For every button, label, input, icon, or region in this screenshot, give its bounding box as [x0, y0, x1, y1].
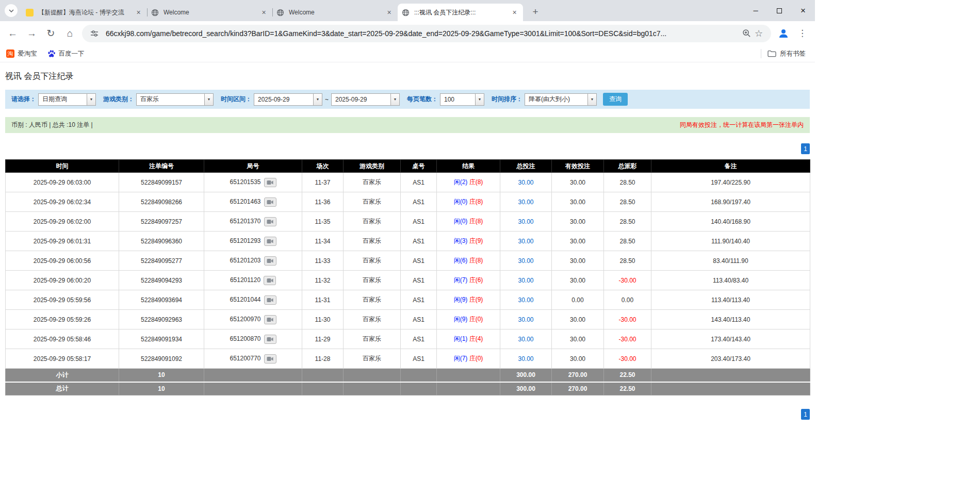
home-button[interactable]: ⌂	[60, 24, 79, 43]
pagination-page-1[interactable]: 1	[801, 409, 810, 420]
cell-result: 闲(9) 庄(0)	[437, 310, 500, 329]
col-payout: 总派彩	[604, 160, 651, 173]
video-camera-icon	[267, 317, 273, 322]
video-replay-button[interactable]	[264, 276, 276, 285]
video-replay-button[interactable]	[264, 217, 276, 226]
address-bar[interactable]: 66cxkj98.com/game/betrecord_search/kind3…	[82, 25, 771, 42]
cell-total-bet: 30.00	[500, 251, 552, 271]
total-bet-link[interactable]: 30.00	[518, 238, 533, 245]
result-player: 闲(1)	[454, 335, 468, 342]
total-bet-link[interactable]: 30.00	[518, 257, 533, 265]
new-tab-button[interactable]: +	[528, 5, 543, 19]
cell-session: 11-37	[302, 173, 344, 192]
cell-valid-bet: 0.00	[552, 290, 604, 310]
browser-menu-button[interactable]: ⋮	[793, 24, 812, 43]
back-button[interactable]: ←	[3, 24, 22, 43]
video-replay-button[interactable]	[264, 354, 276, 364]
cell-game-type: 百家乐	[344, 212, 401, 232]
tab-bet-records[interactable]: :::视讯 会员下注纪录::: ×	[398, 4, 523, 21]
cell-round-no: 651200970	[204, 310, 302, 329]
chevron-down-icon: ▼	[313, 94, 322, 105]
cell-game-type: 百家乐	[344, 173, 401, 192]
result-banker: 庄(0)	[469, 316, 483, 323]
minimize-button[interactable]: ─	[744, 0, 767, 21]
cell-result: 闲(2) 庄(8)	[437, 173, 500, 192]
cell-result: 闲(0) 庄(8)	[437, 192, 500, 212]
bookmark-baidu[interactable]: 百度一下	[47, 50, 85, 58]
total-bet-link[interactable]: 30.00	[518, 296, 533, 304]
total-bet-link[interactable]: 30.00	[518, 277, 533, 284]
video-replay-button[interactable]	[264, 178, 276, 187]
pagination-top: 1	[5, 143, 810, 154]
col-remark: 备注	[651, 160, 810, 173]
total-bet-link[interactable]: 30.00	[518, 316, 533, 323]
col-session: 场次	[302, 160, 344, 173]
bookmark-star-icon[interactable]: ☆	[753, 27, 765, 40]
bookmark-taobao[interactable]: 淘 爱淘宝	[6, 50, 37, 58]
video-replay-button[interactable]	[264, 335, 276, 344]
video-camera-icon	[267, 200, 273, 205]
cell-valid-bet: 30.00	[552, 212, 604, 232]
cell-table-no: AS1	[401, 232, 437, 251]
reload-button[interactable]: ↻	[41, 24, 60, 43]
total-bet-link[interactable]: 30.00	[518, 199, 533, 206]
profile-avatar[interactable]	[774, 24, 793, 43]
date-separator: ~	[325, 96, 329, 103]
filter-bar: 请选择： 日期查询 ▼ 游戏类别： 百家乐 ▼ 时间区间： 2025-09-29…	[5, 90, 810, 109]
page-title: 视讯 会员下注纪录	[5, 71, 810, 82]
tab-search-button[interactable]	[5, 4, 18, 17]
tab-close-icon[interactable]: ×	[510, 8, 519, 17]
cell-game-type: 百家乐	[344, 232, 401, 251]
subtotal-count: 10	[119, 369, 204, 382]
per-page-select[interactable]: 100 ▼	[440, 93, 484, 106]
result-player: 闲(7)	[454, 276, 468, 284]
cell-time: 2025-09-29 06:02:00	[6, 212, 119, 232]
cell-session: 11-29	[302, 329, 344, 349]
tab-welcome-1[interactable]: Welcome ×	[147, 4, 272, 21]
video-replay-button[interactable]	[264, 315, 276, 324]
forward-button[interactable]: →	[22, 24, 41, 43]
summary-bar: 币别 : 人民币 | 总共 :10 注单 | 同局有效投注，统一计算在该局第一张…	[5, 117, 810, 133]
video-camera-icon	[267, 258, 273, 263]
cell-round-no: 651200870	[204, 329, 302, 349]
result-banker: 庄(6)	[469, 276, 483, 284]
tab-close-icon[interactable]: ×	[259, 8, 268, 17]
cell-table-no: AS1	[401, 310, 437, 329]
total-bet-link[interactable]: 30.00	[518, 179, 533, 186]
chevron-down-icon: ▼	[204, 94, 213, 105]
pagination-page-1[interactable]: 1	[801, 143, 810, 154]
zoom-icon[interactable]	[740, 27, 753, 40]
tab-forum[interactable]: 【新提醒】海燕论坛 - 博学交流 ×	[22, 4, 147, 21]
site-settings-icon[interactable]	[88, 27, 101, 40]
date-end-select[interactable]: 2025-09-29 ▼	[331, 93, 400, 106]
cell-round-no: 651201044	[204, 290, 302, 310]
tab-close-icon[interactable]: ×	[385, 8, 394, 17]
date-start-select[interactable]: 2025-09-29 ▼	[254, 93, 322, 106]
cell-time: 2025-09-29 05:58:46	[6, 329, 119, 349]
table-row: 2025-09-29 06:00:20522849094293651201120…	[6, 271, 810, 290]
cell-bet-no: 522849096360	[119, 232, 204, 251]
total-bet-link[interactable]: 30.00	[518, 218, 533, 225]
cell-round-no: 651201535	[204, 173, 302, 192]
all-bookmarks-button[interactable]: 所有书签	[767, 50, 806, 58]
subtotal-total-bet: 300.00	[500, 369, 552, 382]
video-replay-button[interactable]	[264, 295, 276, 305]
maximize-button[interactable]	[767, 0, 791, 21]
query-type-select[interactable]: 日期查询 ▼	[38, 93, 96, 106]
query-button[interactable]: 查询	[603, 93, 628, 106]
tab-close-icon[interactable]: ×	[134, 8, 143, 17]
cell-time: 2025-09-29 05:58:17	[6, 349, 119, 369]
sort-select[interactable]: 降幂(由大到小) ▼	[525, 93, 597, 106]
close-button[interactable]: ×	[791, 0, 815, 21]
video-replay-button[interactable]	[264, 256, 276, 266]
result-player: 闲(3)	[454, 237, 468, 244]
tab-welcome-2[interactable]: Welcome ×	[272, 4, 398, 21]
game-type-select[interactable]: 百家乐 ▼	[136, 93, 214, 106]
total-bet-link[interactable]: 30.00	[518, 355, 533, 362]
result-player: 闲(6)	[454, 257, 468, 264]
total-bet-link[interactable]: 30.00	[518, 336, 533, 343]
result-banker: 庄(8)	[469, 178, 483, 186]
video-replay-button[interactable]	[264, 197, 276, 207]
video-replay-button[interactable]	[264, 237, 276, 246]
cell-remark: 203.40/173.40	[651, 349, 810, 369]
